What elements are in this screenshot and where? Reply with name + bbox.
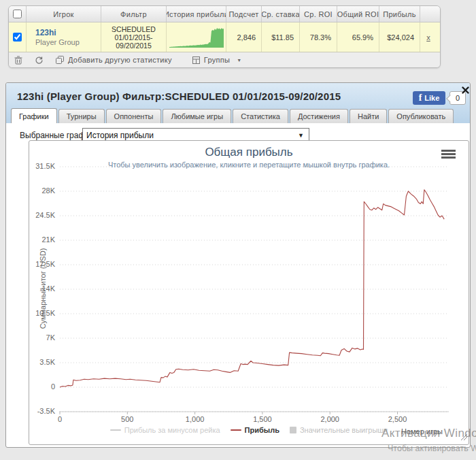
grid-icon[interactable] bbox=[192, 56, 200, 64]
col-header-player[interactable]: Игрок bbox=[27, 6, 101, 22]
legend-item-significant-wins[interactable]: Значительные выигрыши bbox=[290, 426, 388, 434]
groups-button[interactable]: Группы bbox=[204, 56, 230, 64]
avg-stake-value: $11.85 bbox=[262, 22, 300, 52]
windows-activation-watermark: Активация Windo bbox=[381, 427, 476, 440]
tab-favorite-games[interactable]: Любимые игры bbox=[163, 109, 231, 123]
table-toolbar: Добавить другую статистику Группы ▼ bbox=[9, 52, 440, 67]
table-row: 123hi Player Group SCHEDULED 01/01/2015-… bbox=[9, 22, 440, 52]
stats-table-header: Игрок Фильтр История прибыли Подсчет Ср.… bbox=[9, 6, 440, 22]
row-checkbox-cell bbox=[9, 22, 27, 52]
chevron-down-icon: ▼ bbox=[298, 132, 304, 139]
avg-roi-value: 78.3% bbox=[300, 22, 337, 52]
header-checkbox-cell bbox=[9, 6, 27, 22]
remove-cell: x bbox=[420, 22, 437, 52]
player-stats-window: 123hi (Player Group) Фильтр:SCHEDULED 01… bbox=[5, 82, 471, 448]
col-header-avg-roi[interactable]: Ср. ROI bbox=[300, 6, 337, 22]
count-value: 2,846 bbox=[226, 22, 262, 52]
col-header-count[interactable]: Подсчет bbox=[226, 6, 262, 22]
col-header-total-roi[interactable]: Общий ROI bbox=[337, 6, 379, 22]
player-link[interactable]: 123hi bbox=[35, 28, 56, 37]
facebook-like-button[interactable]: f Like bbox=[413, 91, 445, 105]
tab-statistics[interactable]: Статистика bbox=[233, 109, 288, 123]
copy-add-icon[interactable] bbox=[56, 56, 64, 64]
chart-select-value: История прибыли bbox=[86, 131, 154, 140]
col-header-profit-history[interactable]: История прибыли bbox=[167, 6, 226, 22]
chart-title: Общая прибыль bbox=[29, 146, 469, 159]
legend-line-swatch bbox=[110, 429, 121, 431]
chart-subtitle: Чтобы увеличить изображение, кликните и … bbox=[29, 161, 469, 169]
facebook-icon: f bbox=[419, 93, 422, 103]
line-chart bbox=[29, 141, 470, 446]
select-all-checkbox[interactable] bbox=[13, 10, 22, 18]
tab-bar: Графики Турниры Оппоненты Любимые игры С… bbox=[11, 108, 454, 123]
windows-activation-watermark-sub: Чтобы активировать W bbox=[388, 444, 476, 453]
stats-table-panel: Игрок Фильтр История прибыли Подсчет Ср.… bbox=[8, 5, 441, 68]
col-header-filter[interactable]: Фильтр bbox=[101, 6, 167, 22]
legend-item-profit-minus-rake[interactable]: Прибыль за минусом рейка bbox=[110, 426, 220, 434]
hamburger-menu-icon[interactable] bbox=[441, 150, 456, 160]
total-roi-value: 65.9% bbox=[337, 22, 379, 52]
remove-row-link[interactable]: x bbox=[426, 33, 430, 42]
tab-achievements[interactable]: Достижения bbox=[290, 109, 348, 123]
tab-find[interactable]: Найти bbox=[350, 109, 387, 123]
window-header: 123hi (Player Group) Фильтр:SCHEDULED 01… bbox=[6, 83, 470, 123]
window-title: 123hi (Player Group) Фильтр:SCHEDULED 01… bbox=[17, 91, 341, 102]
refresh-icon[interactable] bbox=[35, 56, 44, 65]
tab-opponents[interactable]: Оппоненты bbox=[106, 109, 162, 123]
trash-icon[interactable] bbox=[14, 56, 22, 65]
sparkline-chart bbox=[169, 27, 224, 48]
profit-history-sparkline[interactable] bbox=[167, 22, 226, 52]
profit-chart-panel[interactable]: Общая прибыль Чтобы увеличить изображени… bbox=[29, 140, 469, 445]
legend-box-swatch bbox=[290, 427, 296, 433]
row-checkbox[interactable] bbox=[13, 33, 22, 42]
tab-graphs[interactable]: Графики bbox=[11, 108, 57, 123]
legend-line-swatch bbox=[231, 429, 241, 431]
legend-item-profit[interactable]: Прибыль bbox=[231, 426, 279, 434]
tab-tournaments[interactable]: Турниры bbox=[58, 109, 105, 123]
col-header-remove bbox=[420, 6, 437, 22]
col-header-profit[interactable]: Прибыль bbox=[379, 6, 420, 22]
player-type-label: Player Group bbox=[35, 38, 80, 46]
groups-dropdown-arrow-icon[interactable]: ▼ bbox=[237, 58, 241, 63]
player-cell: 123hi Player Group bbox=[27, 22, 101, 52]
close-icon[interactable] bbox=[462, 84, 473, 95]
profit-value: $24,024 bbox=[379, 22, 420, 52]
tab-publish[interactable]: Опубликовать bbox=[388, 109, 454, 123]
like-label: Like bbox=[424, 94, 439, 102]
filter-cell: SCHEDULED 01/01/2015- 09/20/2015 bbox=[101, 22, 167, 52]
col-header-avg-stake[interactable]: Ср. ставка bbox=[262, 6, 300, 22]
add-statistic-button[interactable]: Добавить другую статистику bbox=[68, 56, 172, 64]
